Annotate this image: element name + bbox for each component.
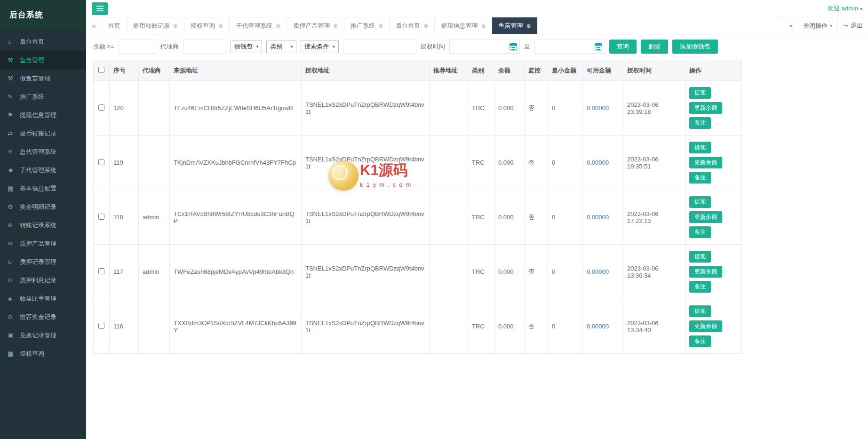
tab-close-icon[interactable]: ⊗ <box>526 23 531 29</box>
row-checkbox[interactable] <box>98 214 104 220</box>
sidebar-item-label: 基本信息配置 <box>20 184 56 193</box>
monitor-cell: 否 <box>525 136 548 190</box>
withdraw-button[interactable]: 提现 <box>689 251 711 263</box>
tab-close-icon[interactable]: ⊗ <box>481 23 486 29</box>
sidebar-item[interactable]: ⚙奖金明细记录 <box>0 198 86 216</box>
sidebar-item[interactable]: ✉质押产品管理 <box>0 234 86 253</box>
tab-close-icon[interactable]: ⊗ <box>423 23 428 29</box>
tab-close-icon[interactable]: ⊗ <box>218 23 223 29</box>
withdraw-button[interactable]: 提现 <box>689 305 711 317</box>
tab[interactable]: 质押产品管理⊗ <box>287 17 344 34</box>
agent-input[interactable] <box>183 40 226 54</box>
query-button[interactable]: 查询 <box>609 40 637 54</box>
logout-button[interactable]: ↪ 退出 <box>838 17 868 34</box>
sidebar-item[interactable]: ⚑提现信息管理 <box>0 106 86 124</box>
sidebar-item[interactable]: ▦授权查询 <box>0 344 86 363</box>
tabs-scroll-right[interactable]: » <box>784 17 798 34</box>
tab[interactable]: 子代管理系统⊗ <box>230 17 287 34</box>
auth-address-cell: TSNEL1xS2xDPuTnZrpQBRWDzqW9t4bnv1t <box>302 81 430 136</box>
calendar-icon[interactable] <box>510 43 517 50</box>
sidebar-item[interactable]: ◈收益比率管理 <box>0 289 86 308</box>
tab[interactable]: 首页 <box>102 17 127 34</box>
update-balance-button[interactable]: 更新余额 <box>689 320 722 332</box>
home-icon: ⌂ <box>8 38 20 45</box>
min-amount-cell: 0 <box>548 245 583 299</box>
sidebar-item[interactable]: ▣兑换记录管理 <box>0 326 86 344</box>
note-button[interactable]: 备注 <box>689 226 711 238</box>
asterisk-icon: ✳ <box>8 148 20 155</box>
shield-icon: ◈ <box>8 295 20 302</box>
withdraw-button[interactable]: 提现 <box>689 196 711 208</box>
note-button[interactable]: 备注 <box>689 172 711 184</box>
delete-button[interactable]: 删除 <box>641 40 668 54</box>
sidebar-item[interactable]: ▤基本信息配置 <box>0 179 86 198</box>
tab[interactable]: 推广系统⊗ <box>344 17 390 34</box>
row-checkbox[interactable] <box>98 104 104 111</box>
sidebar-item[interactable]: ⇄提币转账记录 <box>0 124 86 143</box>
tab-close-icon[interactable]: ⊗ <box>276 23 280 29</box>
search-condition-select[interactable]: 搜索条件 ▾ <box>301 40 339 53</box>
menu-toggle-button[interactable] <box>92 2 108 15</box>
agent-cell <box>139 299 170 354</box>
available-amount-link[interactable]: 0.00000 <box>587 214 609 221</box>
type-select[interactable]: 类别 ▾ <box>266 40 296 53</box>
select-all-checkbox[interactable] <box>98 67 104 73</box>
sidebar-item[interactable]: ⌂后台首页 <box>0 32 86 51</box>
keyword-input[interactable] <box>343 40 416 54</box>
auth-time-start-input[interactable] <box>450 40 519 53</box>
auth-time-end-input[interactable] <box>535 40 605 53</box>
update-balance-button[interactable]: 更新余额 <box>689 266 722 278</box>
tabs-scroll-left[interactable]: « <box>86 17 102 34</box>
tab[interactable]: 提币转账记录⊗ <box>127 17 184 34</box>
balance-input[interactable] <box>119 40 156 54</box>
available-amount-link[interactable]: 0.00000 <box>587 323 609 330</box>
calendar-icon[interactable] <box>595 43 602 50</box>
agent-filter-label: 代理商 <box>160 42 179 51</box>
withdraw-button[interactable]: 提现 <box>689 142 711 153</box>
sidebar-item[interactable]: ⊕转账记录系统 <box>0 216 86 234</box>
sidebar-item[interactable]: ✎推广系统 <box>0 88 86 106</box>
row-checkbox[interactable] <box>98 159 104 165</box>
tab[interactable]: 后台首页⊗ <box>390 17 435 34</box>
row-checkbox[interactable] <box>98 323 104 329</box>
withdraw-button[interactable]: 提现 <box>689 87 711 99</box>
monitor-cell: 否 <box>525 81 548 136</box>
note-button[interactable]: 备注 <box>689 335 711 347</box>
type-cell: TRC <box>468 190 494 245</box>
min-amount-cell: 0 <box>548 81 583 136</box>
auth-time-start-field <box>449 40 520 54</box>
tab[interactable]: 提现信息管理⊗ <box>435 17 492 34</box>
table-row: 118adminTCx1RAVcBh8Wr58fZYHU8cdu3C3hFunB… <box>94 190 742 245</box>
actions-cell: 提现更新余额备注 <box>685 245 742 299</box>
tab-label: 鱼苗管理 <box>498 22 523 30</box>
welcome-user-dropdown[interactable]: 欢迎 admin ▾ <box>828 4 862 13</box>
select-all-cell <box>94 60 110 81</box>
tab-close-icon[interactable]: ⊗ <box>333 23 338 29</box>
update-balance-button[interactable]: 更新余额 <box>689 102 722 114</box>
available-amount-link[interactable]: 0.00000 <box>587 104 609 112</box>
tab[interactable]: 授权查询⊗ <box>184 17 230 34</box>
close-ops-dropdown[interactable]: 关闭操作 ▾ <box>798 17 838 34</box>
chevron-down-icon: ▾ <box>830 23 832 28</box>
available-amount-link[interactable]: 0.00000 <box>587 268 609 275</box>
update-balance-button[interactable]: 更新余额 <box>689 211 722 223</box>
sidebar-item[interactable]: ⚒鱼苗管理 <box>0 51 86 69</box>
fake-wallet-select[interactable]: 假钱包 ▾ <box>231 40 263 53</box>
cogs-icon: ⚙ <box>8 203 20 210</box>
available-amount-link[interactable]: 0.00000 <box>587 159 609 166</box>
sidebar-item[interactable]: ☻子代管理系统 <box>0 161 86 179</box>
row-checkbox[interactable] <box>98 268 104 274</box>
tab[interactable]: 鱼苗管理⊗ <box>492 17 537 34</box>
sidebar-item[interactable]: ⊙推荐奖金记录 <box>0 308 86 326</box>
balance-cell: 0.000 <box>494 136 525 190</box>
sidebar-item[interactable]: ⚒假鱼苗管理 <box>0 69 86 88</box>
sidebar-item[interactable]: ∪质押记录管理 <box>0 253 86 271</box>
sidebar-item[interactable]: ✳总代管理系统 <box>0 143 86 161</box>
tab-close-icon[interactable]: ⊗ <box>378 23 383 29</box>
tab-close-icon[interactable]: ⊗ <box>173 23 178 29</box>
add-fake-wallet-button[interactable]: 添加假钱包 <box>672 40 718 54</box>
update-balance-button[interactable]: 更新余额 <box>689 157 722 168</box>
note-button[interactable]: 备注 <box>689 117 711 129</box>
sidebar-item[interactable]: ⊙质押利息记录 <box>0 271 86 289</box>
note-button[interactable]: 备注 <box>689 281 711 293</box>
